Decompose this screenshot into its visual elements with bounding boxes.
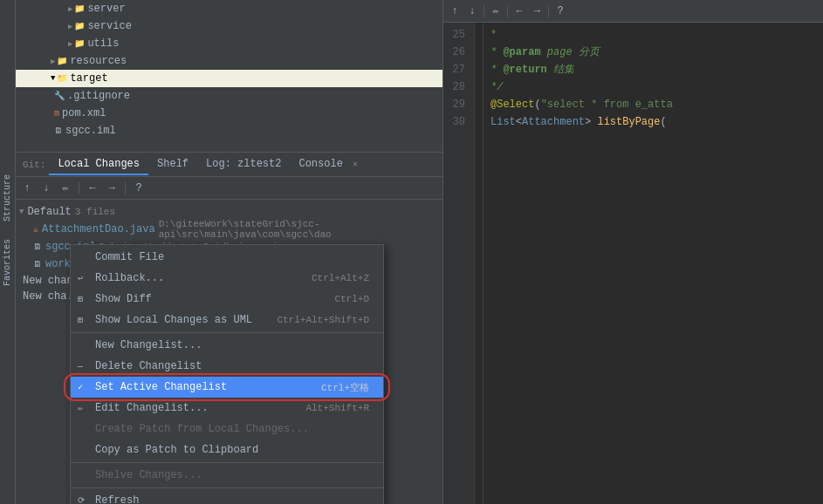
vcs-edit-icon[interactable]: ✏ — [58, 180, 73, 196]
menu-item-rollback-label: Rollback... — [95, 272, 164, 284]
tree-item-resources[interactable]: ▶ 📁 resources — [16, 52, 442, 70]
menu-item-new-changelist[interactable]: New Changelist... — [71, 335, 383, 356]
vcs-back-icon[interactable]: ← — [85, 180, 100, 196]
tree-item-target[interactable]: ▼ 📁 target — [16, 70, 442, 87]
tab-shelf[interactable]: Shelf — [148, 154, 197, 175]
editor-edit-icon[interactable]: ✏ — [488, 3, 504, 19]
gutter-marker-30 — [475, 110, 483, 127]
expand-arrow: ▼ — [19, 208, 24, 216]
menu-item-rollback[interactable]: ↩ Rollback... Ctrl+Alt+Z — [71, 268, 383, 289]
line-numbers: 25 26 27 28 29 30 — [443, 23, 475, 504]
folder-icon: 📁 — [57, 56, 67, 66]
file-icon: 🗎 — [54, 126, 63, 136]
menu-item-edit-changelist-label: Edit Changelist... — [95, 402, 209, 414]
set-active-icon: ✓ — [78, 382, 83, 392]
edit-changelist-shortcut: Alt+Shift+R — [305, 403, 369, 413]
tab-close-icon[interactable]: ✕ — [353, 160, 358, 169]
left-side-strip: Structure Favorites — [0, 0, 16, 504]
expand-arrow: ▶ — [68, 39, 72, 49]
tree-item-service[interactable]: ▶ 📁 service — [16, 17, 442, 35]
menu-item-set-active-changelist[interactable]: ✓ Set Active Changelist Ctrl+空格 — [71, 377, 383, 398]
tree-item-label: sgcc.iml — [65, 125, 116, 137]
file-tree: ▶ 📁 server ▶ 📁 service ▶ 📁 utils ▶ 📁 res… — [16, 0, 442, 153]
context-menu: Commit File ↩ Rollback... Ctrl+Alt+Z ⊞ S… — [70, 244, 384, 504]
tree-item-label: target — [70, 72, 107, 85]
code-line-25: * — [490, 26, 816, 44]
tab-local-changes[interactable]: Local Changes — [49, 154, 148, 175]
menu-item-new-changelist-label: New Changelist... — [95, 339, 202, 351]
menu-item-set-active-label: Set Active Changelist — [95, 381, 227, 393]
change-file-attachmentdao[interactable]: ☕ AttachmentDao.java D:\giteeWork\stateG… — [16, 221, 442, 238]
menu-item-shelve-label: Shelve Changes... — [95, 469, 202, 481]
menu-item-commit-file-label: Commit File — [95, 251, 164, 263]
show-diff-shortcut: Ctrl+D — [334, 294, 369, 304]
menu-item-copy-patch-label: Copy as Patch to Clipboard — [95, 444, 258, 456]
changelist-header[interactable]: ▼ Default 3 files — [16, 203, 442, 221]
menu-sep-2 — [71, 462, 383, 463]
menu-item-copy-patch[interactable]: Copy as Patch to Clipboard — [71, 439, 383, 460]
tree-item-label: server — [87, 3, 125, 15]
code-gutter — [475, 23, 484, 504]
editor-toolbar: ↑ ↓ ✏ ← → ? — [443, 0, 823, 23]
show-uml-shortcut: Ctrl+Alt+Shift+D — [277, 315, 369, 325]
toolbar-separator-2 — [125, 182, 126, 194]
change-file-path: D:\giteeWork\stateGrid\sjcc-api\src\main… — [159, 219, 439, 240]
vcs-up-icon[interactable]: ↑ — [19, 180, 35, 196]
gutter-marker-29 — [475, 92, 483, 110]
tree-item-utils[interactable]: ▶ 📁 utils — [16, 35, 442, 52]
folder-icon: 📁 — [74, 21, 85, 31]
tree-item-label: utils — [87, 37, 119, 50]
editor-help-icon[interactable]: ? — [552, 3, 568, 19]
toolbar-separator — [79, 182, 79, 194]
iml-file-icon: 🗎 — [33, 242, 42, 252]
tree-item-pomxml[interactable]: m pom.xml — [16, 105, 442, 122]
vcs-help-icon[interactable]: ? — [131, 180, 147, 196]
vcs-down-icon[interactable]: ↓ — [38, 180, 54, 196]
favorites-panel-label[interactable]: Favorites — [3, 239, 12, 286]
vcs-forward-icon[interactable]: → — [104, 180, 120, 196]
java-file-icon: ☕ — [33, 224, 38, 235]
show-uml-icon: ⊞ — [78, 315, 83, 325]
gutter-marker-27 — [475, 58, 483, 75]
tab-log[interactable]: Log: zltest2 — [197, 154, 290, 175]
editor-down-icon[interactable]: ↓ — [464, 3, 480, 19]
file-count: 3 files — [75, 207, 115, 217]
menu-item-create-patch-label: Create Patch from Local Changes... — [95, 423, 309, 435]
editor-toolbar-sep-2 — [507, 5, 508, 17]
gutter-marker-25 — [475, 23, 483, 40]
folder-icon: 📁 — [74, 38, 85, 49]
tab-bar: Git: Local Changes Shelf Log: zltest2 Co… — [16, 153, 442, 177]
menu-item-delete-changelist[interactable]: — Delete Changelist — [71, 356, 383, 377]
expand-arrow: ▶ — [68, 4, 72, 14]
tab-console[interactable]: Console ✕ — [290, 154, 367, 175]
refresh-icon: ⟳ — [78, 495, 85, 504]
changelist-name: Default — [27, 206, 71, 218]
editor-toolbar-sep-3 — [548, 5, 549, 17]
editor-forward-icon[interactable]: → — [529, 3, 545, 19]
file-icon: m — [54, 109, 59, 119]
folder-icon: 📁 — [74, 3, 85, 14]
tree-item-label: pom.xml — [62, 107, 106, 119]
xml-file-icon: 🗎 — [33, 259, 42, 269]
menu-item-shelve-changes: Shelve Changes... — [71, 465, 383, 486]
menu-item-create-patch: Create Patch from Local Changes... — [71, 419, 383, 439]
editor-toolbar-sep — [484, 5, 484, 17]
menu-item-show-uml[interactable]: ⊞ Show Local Changes as UML Ctrl+Alt+Shi… — [71, 310, 383, 330]
structure-panel-label[interactable]: Structure — [3, 174, 12, 221]
show-diff-icon: ⊞ — [78, 294, 83, 304]
git-label: Git: — [19, 160, 49, 170]
tree-item-server[interactable]: ▶ 📁 server — [16, 0, 442, 17]
editor-back-icon[interactable]: ← — [511, 3, 527, 19]
right-panel: ↑ ↓ ✏ ← → ? 25 26 27 28 29 30 — [443, 0, 823, 504]
menu-item-refresh-label: Refresh — [95, 494, 139, 504]
menu-item-show-uml-label: Show Local Changes as UML — [95, 314, 252, 326]
delete-changelist-icon: — — [78, 362, 83, 371]
tree-item-gitignore[interactable]: 🔧 .gitignore — [16, 87, 442, 105]
menu-item-commit-file[interactable]: Commit File — [71, 247, 383, 268]
menu-item-refresh[interactable]: ⟳ Refresh — [71, 490, 383, 504]
menu-item-edit-changelist[interactable]: ✏ Edit Changelist... Alt+Shift+R — [71, 398, 383, 419]
tree-item-sgcciml[interactable]: 🗎 sgcc.iml — [16, 122, 442, 140]
folder-icon: 📁 — [57, 73, 67, 84]
editor-up-icon[interactable]: ↑ — [447, 3, 463, 19]
menu-item-show-diff[interactable]: ⊞ Show Diff Ctrl+D — [71, 289, 383, 310]
